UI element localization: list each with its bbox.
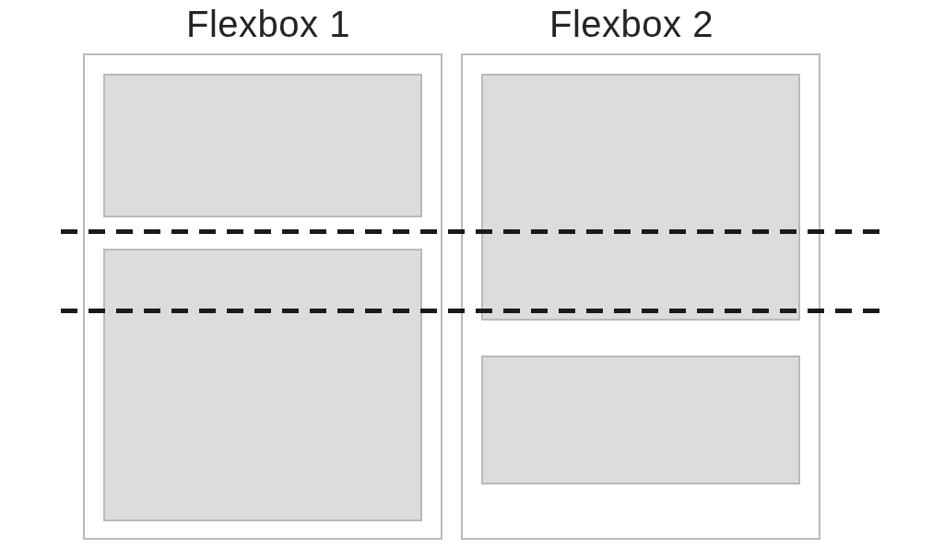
flexbox2-item-top — [481, 74, 800, 321]
heading-flexbox-1: Flexbox 1 — [186, 4, 350, 45]
flexbox1-item-bottom — [103, 249, 422, 521]
flexbox1-item-top — [103, 74, 422, 217]
alignment-guide-line-lower — [61, 309, 883, 313]
flexbox-container-1 — [83, 53, 442, 540]
alignment-guide-line-upper — [61, 229, 883, 234]
flexbox2-item-bottom — [481, 356, 800, 484]
diagram-stage: Flexbox 1 Flexbox 2 — [0, 0, 944, 560]
flexbox-container-2 — [461, 53, 820, 540]
heading-flexbox-2: Flexbox 2 — [549, 4, 714, 45]
